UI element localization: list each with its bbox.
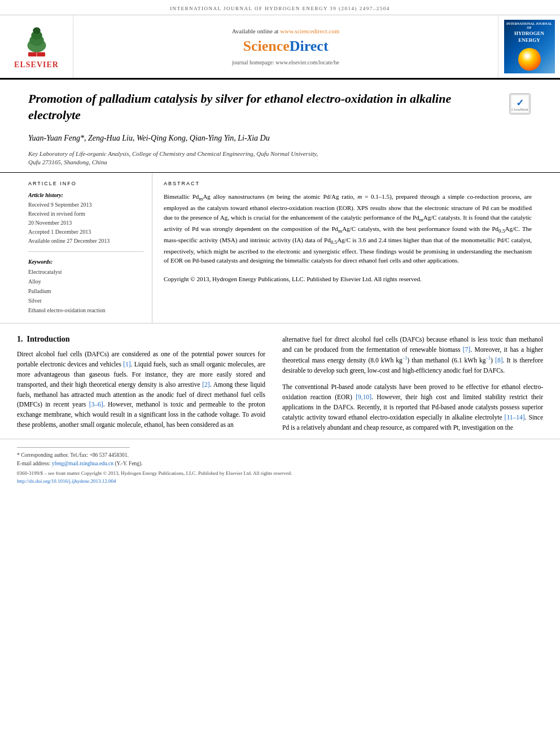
elsevier-tree-icon — [20, 24, 54, 58]
sciencedirect-url[interactable]: www.sciencedirect.com — [280, 28, 339, 34]
svg-point-4 — [33, 27, 41, 34]
available-online-text: Available online at www.sciencedirect.co… — [232, 28, 340, 34]
keyword-5: Ethanol electro-oxidation reaction — [28, 305, 144, 315]
article-main-title: Promotion of palladium catalysis by silv… — [28, 91, 532, 123]
article-affiliation: Key Laboratory of Life-organic Analysis,… — [28, 150, 532, 167]
accepted-date: Accepted 1 December 2013 — [28, 228, 144, 237]
sciencedirect-section: Available online at www.sciencedirect.co… — [73, 15, 498, 78]
page-footer: * Corresponding author. Tel./fax: +86 53… — [0, 439, 560, 490]
keyword-4: Silver — [28, 296, 144, 305]
body-right-col: alternative fuel for direct alcohol fuel… — [277, 335, 543, 433]
history-label: Article history: — [28, 192, 144, 198]
doi-link: http://dx.doi.org/10.1016/j.ijhydene.201… — [17, 478, 543, 486]
intro-paragraph-2: alternative fuel for direct alcohol fuel… — [282, 335, 543, 375]
received-date: Received 9 September 2013 — [28, 200, 144, 209]
keyword-2: Alloy — [28, 277, 144, 286]
journal-cover-title-line3: ENERGY — [518, 38, 540, 43]
intro-paragraph-1: Direct alcohol fuel cells (DAFCs) are co… — [17, 350, 265, 430]
corresponding-author-note: * Corresponding author. Tel./fax: +86 53… — [17, 451, 543, 468]
abstract-text: Bimetallic PdmAg alloy nanostructures (m… — [164, 192, 532, 283]
received-revised-date: 20 November 2013 — [28, 219, 144, 228]
footnote-divider — [17, 447, 130, 448]
article-info-col: ARTICLE INFO Article history: Received 9… — [11, 173, 152, 323]
article-authors: Yuan-Yuan Feng*, Zeng-Hua Liu, Wei-Qing … — [28, 132, 532, 145]
journal-header: INTERNATIONAL JOURNAL OF HYDROGEN ENERGY… — [0, 0, 560, 15]
received-revised-label: Received in revised form — [28, 209, 144, 219]
main-content: 1. Introduction Direct alcohol fuel cell… — [0, 324, 560, 438]
article-title-section: ✓ CrossMark Promotion of palladium catal… — [0, 80, 560, 173]
section-title: 1. Introduction — [17, 335, 265, 344]
author-email[interactable]: yfeng@mail.tsinghua.edu.cn — [52, 461, 113, 466]
keyword-3: Palladium — [28, 286, 144, 296]
copyright-line: 0360-3199/$ – see front matter Copyright… — [17, 470, 543, 478]
info-abstract-section: ARTICLE INFO Article history: Received 9… — [0, 173, 560, 324]
journal-cover-graphic — [518, 48, 541, 71]
journal-cover-title-line2: HYDROGEN — [514, 31, 544, 37]
svg-text:✓: ✓ — [516, 98, 524, 108]
journal-cover-title-line1: International Journal of — [506, 22, 553, 30]
journal-title: INTERNATIONAL JOURNAL OF HYDROGEN ENERGY… — [170, 6, 390, 11]
intro-paragraph-3: The conventional Pt-based anode catalyst… — [282, 382, 543, 433]
journal-cover: International Journal of HYDROGEN ENERGY — [504, 20, 555, 73]
journal-homepage: journal homepage: www.elsevier.com/locat… — [232, 59, 339, 65]
article-info-label: ARTICLE INFO — [28, 181, 144, 186]
keywords-label: Keywords: — [28, 259, 144, 265]
abstract-col: ABSTRACT Bimetallic PdmAg alloy nanostru… — [152, 173, 549, 323]
body-left-col: 1. Introduction Direct alcohol fuel cell… — [17, 335, 277, 433]
crossmark-badge: ✓ CrossMark — [509, 93, 532, 116]
available-date: Available online 27 December 2013 — [28, 237, 144, 246]
elsevier-logo-section: ELSEVIER — [0, 15, 73, 78]
logo-bar: ELSEVIER Available online at www.science… — [0, 15, 560, 80]
info-divider — [28, 251, 144, 252]
abstract-label: ABSTRACT — [164, 181, 532, 186]
elsevier-logo: ELSEVIER — [14, 24, 59, 69]
keyword-1: Electrocatalyst — [28, 267, 144, 277]
crossmark-icon: ✓ CrossMark — [510, 94, 530, 114]
svg-text:CrossMark: CrossMark — [511, 107, 528, 111]
sciencedirect-brand: ScienceDirect — [243, 38, 328, 55]
elsevier-text: ELSEVIER — [14, 60, 59, 69]
journal-cover-section: International Journal of HYDROGEN ENERGY — [498, 15, 560, 78]
